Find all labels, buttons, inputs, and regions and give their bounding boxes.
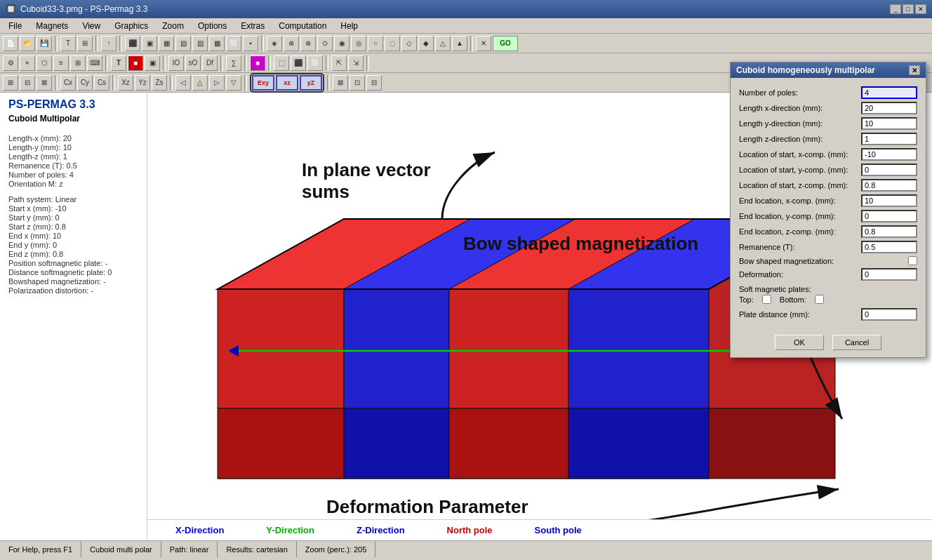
input-remanence[interactable] [861, 241, 917, 253]
cuboid-dialog[interactable]: Cuboid homogeneously multipolar ✕ Number… [730, 62, 926, 358]
tb3-b6[interactable]: Cs [94, 75, 109, 91]
tb-eyz[interactable]: yZ [300, 75, 322, 91]
menu-zoom[interactable]: Zoom [157, 20, 189, 32]
tb-b15[interactable]: ⊙ [317, 36, 333, 51]
dialog-cancel-button[interactable]: Cancel [832, 335, 881, 350]
tb3-b11[interactable]: △ [192, 75, 208, 91]
tb-b8[interactable]: ▨ [192, 36, 208, 51]
maximize-button[interactable]: □ [903, 4, 914, 14]
menu-file[interactable]: File [3, 20, 27, 32]
tb2-b13[interactable]: ∑ [226, 55, 241, 71]
tb-b2[interactable]: ⊞ [77, 36, 93, 51]
tb3-b2[interactable]: ⊟ [20, 75, 35, 91]
tb-b24[interactable]: ✕ [476, 36, 491, 51]
input-len-x[interactable] [861, 102, 917, 114]
tb2-b14[interactable]: ■ [250, 55, 265, 71]
tb-b1[interactable]: T [60, 36, 76, 51]
tb3-b14[interactable]: ⊠ [333, 75, 348, 91]
tb3-b7[interactable]: Xz [118, 75, 133, 91]
input-len-z[interactable] [861, 133, 917, 145]
menu-help[interactable]: Help [335, 20, 364, 32]
menu-magnets[interactable]: Magnets [30, 20, 74, 32]
tb2-b19[interactable]: ⇲ [348, 55, 364, 71]
tb-exy[interactable]: Exy [252, 75, 274, 91]
tb3-b16[interactable]: ⊟ [366, 75, 382, 91]
tb2-b17[interactable]: ⬜ [307, 55, 323, 71]
menu-options[interactable]: Options [192, 20, 232, 32]
close-button[interactable]: ✕ [915, 4, 926, 14]
tb3-b12[interactable]: ▷ [209, 75, 225, 91]
tb-b11[interactable]: ▪ [243, 36, 258, 51]
input-end-y[interactable] [861, 210, 917, 222]
tb-b16[interactable]: ◉ [334, 36, 350, 51]
tb-go[interactable]: GO [493, 36, 518, 51]
tb2-b2[interactable]: ⌖ [20, 55, 35, 71]
tb2-b10[interactable]: IO [168, 55, 184, 71]
input-poles[interactable] [861, 86, 917, 99]
tb-b18[interactable]: ○ [368, 36, 383, 51]
input-deform[interactable] [861, 268, 917, 281]
input-start-x[interactable] [861, 148, 917, 161]
input-start-z[interactable] [861, 179, 917, 192]
tb2-b7[interactable]: T [111, 55, 126, 71]
tb2-b12[interactable]: Df [202, 55, 218, 71]
tb-b19[interactable]: ◌ [385, 36, 400, 51]
input-len-y[interactable] [861, 117, 917, 130]
dialog-close-button[interactable]: ✕ [909, 65, 920, 75]
tb2-b1[interactable]: ⚙ [3, 55, 18, 71]
tb3-b9[interactable]: Zs [152, 75, 167, 91]
menu-view[interactable]: View [76, 20, 106, 32]
tb-open[interactable]: 📂 [20, 36, 35, 51]
input-start-y[interactable] [861, 164, 917, 176]
tb-b3[interactable]: ↑ [101, 36, 116, 51]
menu-extras[interactable]: Extras [235, 20, 270, 32]
tb3-b5[interactable]: Cy [77, 75, 93, 91]
tb-b12[interactable]: ◈ [267, 36, 282, 51]
tb-b23[interactable]: ▲ [452, 36, 467, 51]
menu-computation[interactable]: Computation [273, 20, 332, 32]
tb3-b3[interactable]: ⊠ [36, 75, 52, 91]
tb2-b6[interactable]: ⌨ [87, 55, 102, 71]
tb2-b18[interactable]: ⇱ [331, 55, 347, 71]
tb-new[interactable]: 📄 [3, 36, 18, 51]
tb3-b4[interactable]: Cx [60, 75, 76, 91]
tb-b10[interactable]: ⬜ [226, 36, 241, 51]
tb3-b10[interactable]: ◁ [175, 75, 191, 91]
tb-b4[interactable]: ⬛ [125, 36, 140, 51]
tb2-b4[interactable]: ≡ [53, 55, 69, 71]
dialog-ok-button[interactable]: OK [775, 335, 824, 350]
input-plate-dist[interactable] [861, 308, 917, 321]
tb-b21[interactable]: ◆ [418, 36, 434, 51]
minimize-button[interactable]: _ [890, 4, 901, 14]
tb-b14[interactable]: ⊗ [300, 36, 316, 51]
tb2-b11[interactable]: sO [185, 55, 201, 71]
dialog-footer: OK Cancel [731, 329, 926, 357]
checkbox-top[interactable] [762, 295, 771, 304]
tb3-b8[interactable]: Yz [135, 75, 150, 91]
tb-b20[interactable]: ◇ [401, 36, 417, 51]
tb3-b1[interactable]: ⊞ [3, 75, 18, 91]
tb2-b15[interactable]: ⬚ [274, 55, 289, 71]
tb2-b3[interactable]: ⬡ [36, 55, 52, 71]
tb-b5[interactable]: ▣ [142, 36, 157, 51]
tb2-sep1 [105, 55, 108, 71]
tb2-b5[interactable]: ⊞ [70, 55, 86, 71]
tb3-b13[interactable]: ▽ [226, 75, 241, 91]
tb-b7[interactable]: ▧ [175, 36, 191, 51]
input-end-x[interactable] [861, 194, 917, 207]
tb-b9[interactable]: ▩ [209, 36, 225, 51]
tb2-b16[interactable]: ⬛ [291, 55, 306, 71]
menu-graphics[interactable]: Graphics [109, 20, 154, 32]
tb3-b15[interactable]: ⊡ [350, 75, 365, 91]
checkbox-bow[interactable] [908, 256, 917, 265]
tb2-b8[interactable]: ■ [128, 55, 143, 71]
tb-exz[interactable]: xz [276, 75, 298, 91]
tb-b6[interactable]: ▦ [159, 36, 174, 51]
tb2-b9[interactable]: ▣ [145, 55, 160, 71]
checkbox-bottom[interactable] [815, 295, 824, 304]
tb-b17[interactable]: ◎ [351, 36, 366, 51]
input-end-z[interactable] [861, 225, 917, 238]
tb-b22[interactable]: △ [435, 36, 451, 51]
tb-save[interactable]: 💾 [36, 36, 52, 51]
tb-b13[interactable]: ⊕ [284, 36, 299, 51]
